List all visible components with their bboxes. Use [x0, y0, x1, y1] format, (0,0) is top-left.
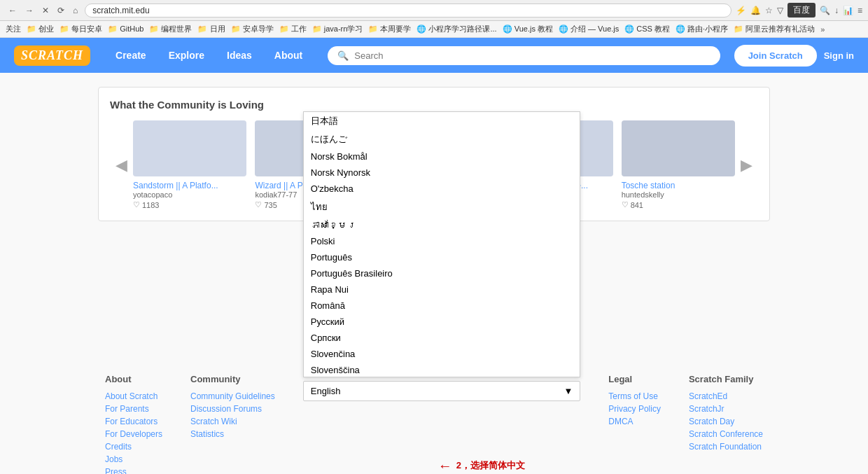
- signin-button[interactable]: Sign in: [824, 50, 854, 61]
- lang-item-thai[interactable]: ไทย: [304, 197, 580, 217]
- bookmark-intro[interactable]: 🌐 介绍 — Vue.js: [559, 24, 619, 34]
- lang-item-nihongo2[interactable]: にほんご: [304, 130, 580, 148]
- close-btn[interactable]: ✕: [39, 4, 52, 17]
- url-bar[interactable]: scratch.mit.edu: [85, 4, 732, 18]
- prev-arrow[interactable]: ◀: [110, 156, 133, 174]
- lang-item-polski[interactable]: Polski: [304, 233, 580, 249]
- nav-create[interactable]: Create: [104, 38, 158, 73]
- footer-scratch-day[interactable]: Scratch Day: [689, 417, 763, 426]
- project-thumb: [133, 120, 246, 176]
- heart-icon: ♡: [622, 200, 629, 209]
- nav-about[interactable]: About: [263, 38, 314, 73]
- nav-ideas[interactable]: Ideas: [216, 38, 263, 73]
- footer-about-scratch[interactable]: About Scratch: [105, 391, 162, 401]
- footer-scratch-family-heading: Scratch Family: [689, 374, 763, 384]
- footer-about-heading: About: [105, 374, 162, 384]
- current-language-text: English: [311, 386, 341, 396]
- bookmark-riyong[interactable]: 📁 日用: [197, 24, 225, 34]
- language-current-selector[interactable]: English ▼: [303, 381, 581, 401]
- browser-bar: ← → ✕ ⟳ ⌂ scratch.mit.edu ⚡🔔☆▽ 百度 🔍↓📊≡: [0, 0, 868, 21]
- language-dropdown[interactable]: 日本語 にほんご Norsk Bokmål Norsk Nynorsk O'zb…: [303, 111, 581, 377]
- footer-privacy-policy[interactable]: Privacy Policy: [608, 404, 661, 414]
- lang-item-uzbekcha[interactable]: O'zbekcha: [304, 181, 580, 197]
- annotation-2: ← 2，选择简体中文: [438, 459, 525, 473]
- footer-scratchjr[interactable]: ScratchJr: [689, 404, 763, 414]
- bookmark-benyao[interactable]: 📁 本周要学: [368, 24, 411, 34]
- scratch-logo[interactable]: SCRATCH: [14, 46, 90, 66]
- footer-scratch-wiki[interactable]: Scratch Wiki: [190, 417, 275, 426]
- lang-item-portugues-br[interactable]: Português Brasileiro: [304, 265, 580, 281]
- footer-scratch-conference[interactable]: Scratch Conference: [689, 429, 763, 439]
- arrow-left-2-icon: ←: [438, 458, 452, 474]
- footer-scratch-foundation[interactable]: Scratch Foundation: [689, 442, 763, 452]
- bookmark-aliyun[interactable]: 📁 阿里云推荐有礼活动: [734, 24, 815, 34]
- browser-controls[interactable]: ← → ✕ ⟳ ⌂: [6, 4, 80, 17]
- footer-community-guidelines[interactable]: Community Guidelines: [190, 391, 275, 401]
- project-author: yotacopaco: [133, 190, 246, 199]
- lang-item-romana[interactable]: Română: [304, 298, 580, 314]
- nav-links: Create Explore Ideas About: [104, 38, 314, 73]
- lang-item-russian[interactable]: Русский: [304, 314, 580, 330]
- project-likes: ♡ 1183: [133, 200, 246, 209]
- bookmark-meiri[interactable]: 📁 每日安卓: [59, 24, 102, 34]
- home-btn[interactable]: ⌂: [70, 4, 80, 17]
- footer: About About Scratch For Parents For Educ…: [0, 353, 868, 474]
- project-card: Tosche station huntedskelly ♡ 841: [622, 120, 735, 209]
- annotation-2-area: ← 2，选择简体中文: [98, 459, 770, 473]
- nav-right: Join Scratch Sign in: [734, 45, 854, 67]
- next-arrow[interactable]: ▶: [735, 156, 758, 174]
- heart-icon: ♡: [133, 200, 140, 209]
- project-card: Sandstorm || A Platfo... yotacopaco ♡ 11…: [133, 120, 246, 209]
- language-selector-area: 日本語 にほんご Norsk Bokmål Norsk Nynorsk O'zb…: [303, 381, 581, 401]
- bookmarks-bar: 关注 📁 创业 📁 每日安卓 📁 GitHub 📁 编程世界 📁 日用 📁 安卓…: [0, 21, 868, 38]
- footer-statistics[interactable]: Statistics: [190, 429, 275, 439]
- bookmark-vuejs[interactable]: 🌐 Vue.js 教程: [503, 24, 553, 34]
- lang-item-slovenCina[interactable]: Slovenčina: [304, 346, 580, 362]
- project-name[interactable]: Sandstorm || A Platfo...: [133, 181, 246, 190]
- footer-discussion-forums[interactable]: Discussion Forums: [190, 404, 275, 414]
- footer-terms-of-use[interactable]: Terms of Use: [608, 391, 661, 401]
- footer-for-educators[interactable]: For Educators: [105, 417, 162, 426]
- project-author: huntedskelly: [622, 190, 735, 199]
- lang-item-norsk-bokmal[interactable]: Norsk Bokmål: [304, 148, 580, 165]
- bookmark-github[interactable]: 📁 GitHub: [108, 25, 144, 34]
- scratch-nav: SCRATCH Create Explore Ideas About 🔍 Joi…: [0, 38, 868, 73]
- lang-item-norsk-nynorsk[interactable]: Norsk Nynorsk: [304, 165, 580, 181]
- footer-dmca[interactable]: DMCA: [608, 417, 661, 426]
- lang-item-serbian[interactable]: Српски: [304, 330, 580, 346]
- bookmark-css[interactable]: 🌐 CSS 教程: [624, 24, 670, 34]
- nav-explore[interactable]: Explore: [158, 38, 216, 73]
- bookmark-java[interactable]: 📁 java-rn学习: [312, 24, 363, 34]
- footer-credits[interactable]: Credits: [105, 442, 162, 452]
- bookmark-routing[interactable]: 🌐 路由·小程序: [676, 24, 728, 34]
- bookmark-guanzhu[interactable]: 关注: [6, 24, 21, 34]
- project-thumb: [622, 120, 735, 176]
- back-btn[interactable]: ←: [6, 4, 20, 17]
- bookmark-chuangye[interactable]: 📁 创业: [27, 24, 54, 34]
- heart-icon: ♡: [255, 200, 262, 209]
- lang-item-slovensCina[interactable]: Slovenščina: [304, 362, 580, 377]
- footer-legal-heading: Legal: [608, 374, 661, 384]
- footer-area: About About Scratch For Parents For Educ…: [0, 353, 868, 474]
- nav-search[interactable]: 🔍: [328, 46, 720, 65]
- join-button[interactable]: Join Scratch: [734, 45, 817, 67]
- bookmark-xcx[interactable]: 🌐 小程序学习路径课...: [416, 24, 496, 34]
- footer-for-parents[interactable]: For Parents: [105, 404, 162, 414]
- bookmark-andao[interactable]: 📁 安卓导学: [231, 24, 274, 34]
- project-likes: ♡ 841: [622, 200, 735, 209]
- search-input[interactable]: [354, 50, 710, 61]
- dropdown-arrow-icon: ▼: [564, 386, 573, 396]
- more-bookmarks[interactable]: »: [820, 25, 825, 34]
- lang-item-khmer[interactable]: ភាសាខ្មែរ: [304, 217, 580, 233]
- project-name[interactable]: Tosche station: [622, 181, 735, 190]
- refresh-btn[interactable]: ⟳: [55, 4, 67, 17]
- bookmark-biancheng[interactable]: 📁 编程世界: [149, 24, 192, 34]
- lang-item-portugues[interactable]: Português: [304, 249, 580, 265]
- footer-scratched[interactable]: ScratchEd: [689, 391, 763, 401]
- forward-btn[interactable]: →: [22, 4, 36, 17]
- bookmark-gongzuo[interactable]: 📁 工作: [279, 24, 307, 34]
- lang-item-rapa-nui[interactable]: Rapa Nui: [304, 281, 580, 298]
- lang-item-nihongo[interactable]: 日本語: [304, 112, 580, 130]
- footer-for-developers[interactable]: For Developers: [105, 429, 162, 439]
- footer-community-heading: Community: [190, 374, 275, 384]
